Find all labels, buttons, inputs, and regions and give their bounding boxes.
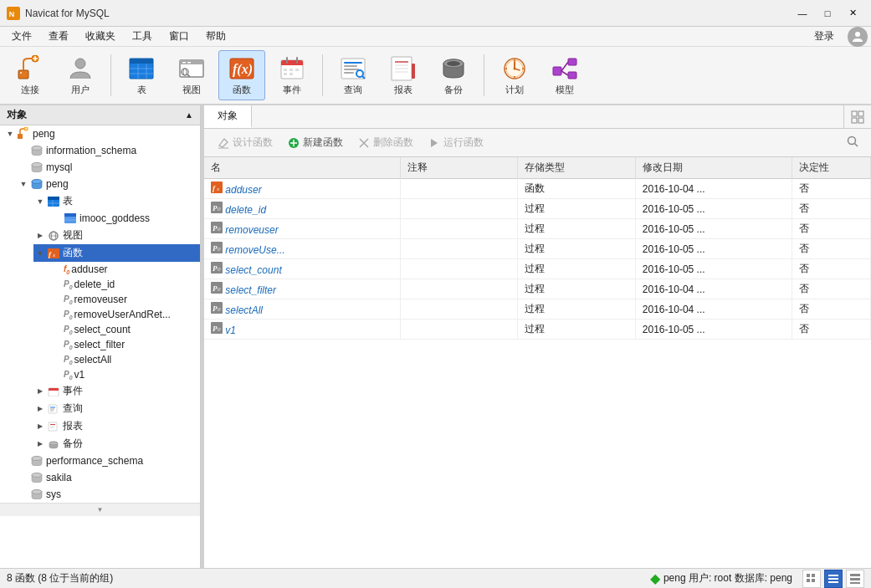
select-filter-label: select_filter (74, 339, 126, 350)
cell-comment (400, 199, 518, 219)
tree-item-select-filter[interactable]: ▶ P0 select_filter (50, 337, 200, 352)
tree-item-query-cat[interactable]: ▶ 查询 (33, 400, 200, 417)
svg-text:0: 0 (218, 306, 221, 313)
login-button[interactable]: 登录 (807, 28, 841, 45)
list-view-button[interactable] (824, 570, 843, 588)
func-label: 函数 (233, 84, 251, 96)
menu-favorites[interactable]: 收藏夹 (77, 28, 124, 45)
svg-point-102 (32, 473, 42, 478)
menu-help[interactable]: 帮助 (197, 28, 234, 45)
cell-type: 过程 (518, 239, 636, 259)
delete-func-button[interactable]: 删除函数 (351, 133, 420, 152)
toolbar: 连接 用户 表 (0, 47, 871, 105)
func-icon: f(x) (228, 55, 255, 82)
svg-text:f(x): f(x) (233, 62, 253, 77)
tree-item-peng-db[interactable]: ▼ peng (17, 176, 200, 192)
menubar: 文件 查看 收藏夹 工具 窗口 帮助 登录 (0, 27, 871, 47)
tree-item-sys[interactable]: ▶ sys (17, 486, 200, 503)
detail-view-icon (849, 573, 861, 585)
tree-item-select-count[interactable]: ▶ P0 select_count (50, 322, 200, 337)
sidebar-expand-icon[interactable]: ▲ (185, 110, 193, 120)
run-func-button[interactable]: 运行函数 (422, 133, 490, 152)
expand-arrow-sys: ▶ (17, 491, 30, 499)
menu-file[interactable]: 文件 (3, 28, 40, 45)
tree-item-backup-cat[interactable]: ▶ 备份 (33, 435, 200, 453)
expand-arrow-info: ▶ (17, 146, 30, 155)
toolbar-event[interactable]: 事件 (269, 50, 315, 100)
table-row[interactable]: P0 select_count 过程 2016-10-05 ... 否 (204, 259, 871, 279)
toolbar-connect[interactable]: 连接 (7, 50, 54, 100)
tree-item-report-cat[interactable]: ▶ 报表 (33, 417, 200, 435)
svg-text:0: 0 (218, 206, 221, 212)
table-row[interactable]: P0 selectAll 过程 2016-10-04 ... 否 (204, 299, 871, 320)
grid-view-button[interactable] (802, 570, 821, 588)
tree-item-selectAll[interactable]: ▶ P0 selectAll (50, 352, 200, 367)
tree-item-removeuser[interactable]: ▶ P0 removeuser (50, 292, 200, 307)
tree-item-view-cat[interactable]: ▶ 视图 (33, 227, 200, 244)
grid-icon (851, 110, 864, 124)
selectAll-label: selectAll (74, 354, 112, 366)
cell-name: P0 select_count (204, 259, 400, 279)
toolbar-func[interactable]: f(x) 函数 (218, 50, 265, 100)
tree-item-adduser[interactable]: ▶ f0 adduser (50, 262, 200, 277)
cell-comment (400, 320, 518, 340)
table-row[interactable]: P0 delete_id 过程 2016-10-05 ... 否 (204, 199, 871, 219)
toolbar-model[interactable]: 模型 (541, 50, 588, 100)
expand-arrow-localhost: ▼ (3, 130, 17, 138)
menu-view[interactable]: 查看 (40, 28, 77, 45)
status-view-icons (802, 570, 864, 588)
tree-item-event-cat[interactable]: ▶ 事件 (33, 382, 200, 400)
run-func-icon (428, 137, 440, 149)
search-button[interactable] (841, 132, 864, 153)
maximize-button[interactable]: □ (816, 5, 839, 22)
user-avatar (848, 27, 868, 47)
menu-tools[interactable]: 工具 (124, 28, 161, 45)
removeuser-label: removeuser (74, 294, 127, 305)
design-func-button[interactable]: 设计函数 (211, 133, 279, 152)
svg-point-7 (75, 59, 85, 69)
tree-item-localhost[interactable]: ▼ peng (0, 125, 200, 142)
tree-item-v1[interactable]: ▶ P0 v1 (50, 367, 200, 382)
toolbar-table[interactable]: 表 (118, 50, 165, 100)
svg-rect-63 (18, 134, 23, 139)
tree-item-mysql[interactable]: ▶ mysql (17, 159, 200, 176)
tree-item-delete-id[interactable]: ▶ P0 delete_id (50, 277, 200, 292)
toolbar-query[interactable]: 查询 (330, 50, 377, 100)
tab-object[interactable]: 对象 (204, 105, 252, 128)
tree-item-removeUserAndRet[interactable]: ▶ P0 removeUserAndRet... (50, 307, 200, 322)
tree-item-perf-schema[interactable]: ▶ performance_schema (17, 453, 200, 469)
event-icon (279, 55, 305, 82)
toolbar-schedule[interactable]: 计划 (491, 50, 538, 100)
new-func-button[interactable]: 新建函数 (281, 133, 350, 152)
tree-item-table-cat[interactable]: ▼ 表 (33, 192, 200, 210)
svg-rect-106 (858, 111, 863, 116)
minimize-button[interactable]: — (791, 5, 814, 22)
peng-db-label: peng (46, 178, 69, 190)
close-button[interactable]: ✕ (841, 5, 864, 22)
table-row[interactable]: fx adduser 函数 2016-10-04 ... 否 (204, 179, 871, 199)
tab-extra-button[interactable] (843, 105, 871, 128)
toolbar-backup[interactable]: 备份 (430, 50, 477, 100)
tree-item-information-schema[interactable]: ▶ information_schema (17, 142, 200, 159)
col-deterministic: 决定性 (792, 157, 871, 179)
toolbar-view[interactable]: 视图 (168, 50, 215, 100)
svg-line-62 (561, 71, 568, 75)
cell-comment (400, 259, 518, 279)
menu-window[interactable]: 窗口 (161, 28, 197, 45)
table-row[interactable]: P0 v1 过程 2016-10-05 ... 否 (204, 320, 871, 340)
tree-item-sakila[interactable]: ▶ sakila (17, 469, 200, 486)
table-row[interactable]: P0 removeuser 过程 2016-10-05 ... 否 (204, 219, 871, 239)
table-label: 表 (137, 84, 146, 96)
toolbar-user[interactable]: 用户 (57, 50, 104, 100)
schedule-label: 计划 (505, 84, 524, 96)
tree-item-func-cat[interactable]: ▼ f x 函数 (33, 244, 200, 262)
toolbar-report[interactable]: 报表 (380, 50, 427, 100)
schedule-icon (501, 55, 528, 82)
table-row[interactable]: P0 select_filter 过程 2016-10-04 ... 否 (204, 279, 871, 299)
table-row[interactable]: P0 removeUse... 过程 2016-10-05 ... 否 (204, 239, 871, 259)
mysql-label: mysql (46, 161, 72, 173)
main-area: 对象 ▲ ▼ peng (0, 105, 871, 568)
tree-item-imooc[interactable]: ▶ imooc_goddess (50, 210, 200, 227)
detail-view-button[interactable] (846, 570, 864, 588)
sidebar-scroll-down[interactable]: ▼ (0, 503, 200, 516)
